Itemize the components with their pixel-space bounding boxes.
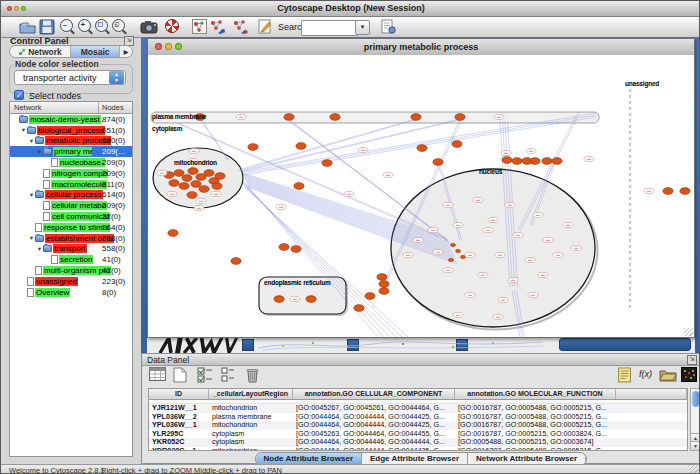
- table-row[interactable]: YDR039C__1mitochondrion[GO:0044464, GO:0…: [149, 447, 687, 452]
- graph-node[interactable]: [542, 158, 552, 165]
- tree-expand-icon[interactable]: ▼: [28, 192, 35, 198]
- graph-node[interactable]: [306, 296, 316, 303]
- snapshot-camera-icon[interactable]: [140, 19, 157, 35]
- graph-node-small[interactable]: [450, 243, 455, 247]
- table-column-header[interactable]: annotation.GO MOLECULAR_FUNCTION: [455, 389, 616, 399]
- graph-node[interactable]: [512, 158, 522, 165]
- new-attribute-icon[interactable]: [173, 367, 191, 384]
- graph-node[interactable]: [379, 281, 389, 288]
- graph-node[interactable]: [279, 244, 289, 251]
- select-nodes-checkbox[interactable]: ✓: [14, 90, 24, 100]
- expand-network-a-icon[interactable]: [209, 19, 226, 35]
- table-row[interactable]: YKR052Ccytoplasm[GO:0044464, GO:0044446,…: [149, 438, 687, 447]
- network-tree-header[interactable]: Network Nodes: [10, 102, 132, 114]
- search-options-icon[interactable]: [381, 19, 398, 35]
- graph-node[interactable]: [377, 274, 387, 281]
- open-session-icon[interactable]: [19, 19, 36, 35]
- graph-node[interactable]: [417, 145, 427, 152]
- tab-network[interactable]: Network: [10, 46, 71, 57]
- tree-expand-icon[interactable]: ▼: [36, 149, 43, 155]
- network-tree-row[interactable]: nitrogen compo209(0): [10, 168, 133, 179]
- save-session-icon[interactable]: [39, 19, 56, 35]
- graph-node[interactable]: [552, 158, 562, 165]
- graph-node[interactable]: [188, 168, 198, 175]
- graph-node[interactable]: [168, 230, 178, 237]
- graph-node[interactable]: [354, 305, 364, 312]
- network-tree-row[interactable]: cellular metabo209(0): [10, 200, 133, 211]
- window-resize-grip[interactable]: [689, 465, 698, 473]
- graph-node[interactable]: [248, 144, 258, 151]
- network-tree-row[interactable]: secretion41(0): [10, 254, 133, 265]
- graph-node[interactable]: [179, 183, 189, 190]
- window-titlebar[interactable]: Cytoscape Desktop (New Session): [1, 1, 700, 17]
- zoom-fit-icon[interactable]: ◱: [111, 19, 128, 35]
- graph-node[interactable]: [452, 141, 462, 148]
- graph-node[interactable]: [663, 188, 673, 195]
- tree-expand-icon[interactable]: ▼: [28, 235, 35, 241]
- graphics-details-icon[interactable]: [192, 19, 209, 35]
- table-column-header[interactable]: _cellularLayoutRegion: [209, 389, 293, 399]
- table-row[interactable]: YPL036W__1mitochondrion[GO:0044464, GO:0…: [149, 421, 687, 430]
- graph-node[interactable]: [379, 288, 389, 295]
- scroll-down-icon[interactable]: ▼: [691, 441, 700, 450]
- annotation-icon[interactable]: [258, 19, 275, 35]
- network-tree-row[interactable]: Overview8(0): [10, 287, 133, 298]
- graph-node[interactable]: [215, 173, 225, 180]
- table-row[interactable]: YPL036W__2plasma membrane[GO:0044464, GO…: [149, 413, 687, 422]
- help-lifesaver-icon[interactable]: [165, 19, 182, 35]
- network-tree-row[interactable]: multi-organism pro42(0): [10, 265, 133, 276]
- delete-attribute-icon[interactable]: [245, 367, 263, 384]
- attribute-editor-icon[interactable]: [617, 367, 635, 384]
- graph-node[interactable]: [204, 170, 214, 177]
- function-builder-icon[interactable]: f(x): [639, 369, 657, 386]
- network-tree-row[interactable]: nucleobase-209(0): [10, 157, 133, 168]
- graph-node-small[interactable]: [455, 249, 460, 253]
- data-panel-titlebar[interactable]: Data Panel ⇲: [142, 354, 700, 366]
- graph-node[interactable]: [502, 157, 512, 164]
- combo-stepper-icon[interactable]: ▲▼: [109, 71, 124, 84]
- attribute-table-header[interactable]: ID_cellularLayoutRegionannotation.GO CEL…: [149, 389, 687, 400]
- tree-expand-icon[interactable]: ▼: [28, 138, 35, 144]
- graph-node[interactable]: [212, 183, 222, 190]
- graph-node[interactable]: [411, 114, 421, 121]
- graph-node[interactable]: [294, 183, 304, 190]
- network-tree-row[interactable]: response to stimul264(0): [10, 222, 133, 233]
- graph-node[interactable]: [365, 293, 375, 300]
- scrollbar-thumb[interactable]: [692, 391, 699, 407]
- attribute-table-icon[interactable]: [149, 367, 167, 384]
- network-tree-row[interactable]: cell communicat22(0): [10, 211, 133, 222]
- tab-mosaic[interactable]: Mosaic: [71, 46, 120, 57]
- table-column-header[interactable]: ID: [149, 389, 209, 399]
- table-row[interactable]: YLR295Ccytoplasm[GO:0045263, GO:0044464,…: [149, 430, 687, 439]
- search-dropdown-arrow[interactable]: ▼: [355, 20, 370, 35]
- import-attributes-icon[interactable]: [659, 367, 677, 384]
- background-network-strip[interactable]: [147, 338, 695, 353]
- graph-node[interactable]: [530, 158, 540, 165]
- network-tree-row[interactable]: ▼primary metabol209(...: [10, 146, 133, 157]
- network-tree-row[interactable]: ▼transport558(0): [10, 244, 133, 255]
- tree-expand-icon[interactable]: ▼: [36, 246, 43, 252]
- graph-node[interactable]: [296, 143, 306, 150]
- unselect-attributes-icon[interactable]: [221, 367, 239, 384]
- graph-node[interactable]: [187, 192, 197, 199]
- graph-node[interactable]: [231, 258, 241, 265]
- tab-overflow-arrow[interactable]: ▶: [120, 46, 132, 57]
- graph-node[interactable]: [284, 114, 294, 121]
- tree-col-network[interactable]: Network: [14, 103, 42, 112]
- graph-node[interactable]: [680, 188, 690, 195]
- data-panel-float-icon[interactable]: ⇲: [687, 355, 697, 365]
- graph-node[interactable]: [322, 160, 332, 167]
- expand-network-b-icon[interactable]: [232, 19, 249, 35]
- table-row[interactable]: YJR121W__1mitochondrion[GO:0045267, GO:0…: [149, 404, 687, 413]
- matrix-icon[interactable]: [681, 367, 699, 384]
- graph-node[interactable]: [199, 186, 209, 193]
- graph-node[interactable]: [455, 114, 465, 121]
- graph-node[interactable]: [330, 114, 340, 121]
- graph-node[interactable]: [274, 296, 284, 303]
- tree-expand-icon[interactable]: ▼: [20, 127, 27, 133]
- network-tree-row[interactable]: ▼biological_process651(0): [10, 125, 133, 136]
- inner-window-resize-grip[interactable]: [684, 328, 693, 336]
- table-column-header[interactable]: annotation.GO CELLULAR_COMPONENT: [293, 389, 455, 399]
- search-input[interactable]: [301, 20, 359, 36]
- graph-node[interactable]: [182, 175, 192, 182]
